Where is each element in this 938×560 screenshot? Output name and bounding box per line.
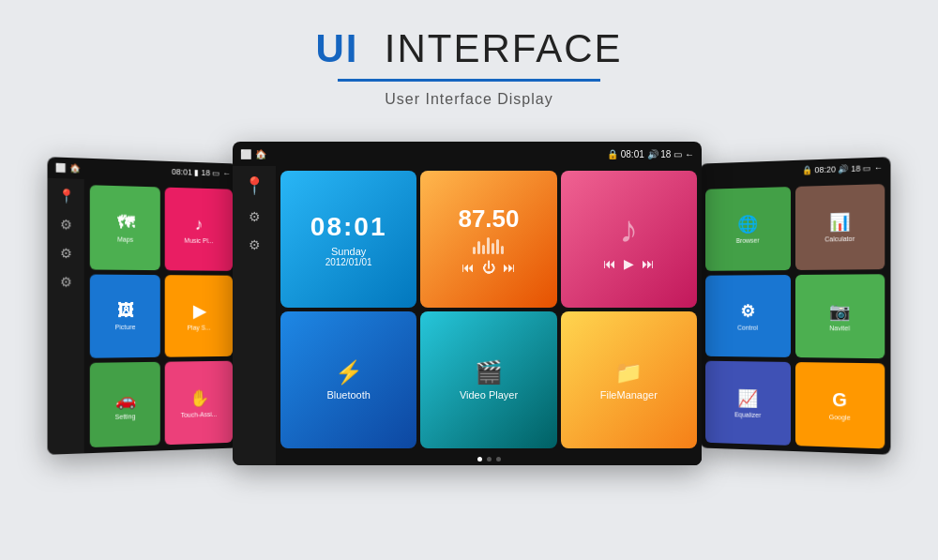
left-status-left: ⬜ 🏠 (55, 163, 81, 174)
maps-tile[interactable]: 🗺 Maps (90, 185, 160, 270)
left-app-grid: 🗺 Maps ♪ Music Pl... 🖼 Picture ▶ Play S.… (84, 179, 238, 453)
right-screen-body: 🌐 Browser 📊 Calculator ⚙ Control 📷 Navit… (700, 178, 890, 455)
calculator-tile[interactable]: 📊 Calculator (795, 184, 885, 270)
header-section: UI INTERFACE User Interface Display (315, 26, 622, 108)
equalizer-tile[interactable]: 📈 Equalizer (705, 361, 791, 446)
radio-waves (473, 237, 504, 254)
setting-tile[interactable]: 🚗 Setting (90, 362, 160, 447)
right-screen: 🔒 08:20 🔊 18 ▭ ← 🌐 Browser 📊 Calculator … (700, 157, 890, 455)
music-prev-btn[interactable]: ⏮ (603, 256, 616, 271)
control-tile[interactable]: ⚙ Control (705, 275, 791, 358)
center-home-icon: ⬜ (240, 149, 251, 159)
music-tile[interactable]: ♪ Music Pl... (165, 188, 233, 271)
wave7 (501, 246, 504, 254)
main-title: UI INTERFACE (315, 26, 622, 71)
picture-icon: 🖼 (117, 301, 134, 321)
center-nav-gear2-icon[interactable]: ⚙ (249, 237, 261, 252)
equalizer-icon: 📈 (737, 387, 757, 408)
radio-controls: ⏮ ⏻ ⏭ (461, 260, 516, 275)
title-divider (338, 79, 600, 82)
touch-icon: ✋ (189, 387, 209, 408)
title-interface: INTERFACE (385, 26, 623, 70)
video-label: Video Player (460, 389, 518, 401)
files-icon: 📁 (614, 359, 643, 386)
google-tile[interactable]: G Google (795, 362, 885, 448)
play-icon: ▶ (192, 301, 204, 322)
center-screen: ⬜ 🏠 🔒 08:01 🔊 18 ▭ ← 📍 ⚙ ⚙ 08:01 Sunday (233, 142, 702, 465)
nav-settings-icon[interactable]: ⚙ (59, 217, 71, 233)
clock-time: 08:01 (310, 212, 387, 242)
center-nav-pin-icon[interactable]: 📍 (244, 175, 265, 196)
music-tile-center: ♪ ⏮ ▶ ⏭ (561, 171, 697, 308)
center-status-bar: ⬜ 🏠 🔒 08:01 🔊 18 ▭ ← (233, 142, 702, 166)
equalizer-label: Equalizer (734, 411, 761, 418)
radio-play-btn[interactable]: ⏻ (482, 260, 495, 275)
left-nav-sidebar: 📍 ⚙ ⚙ ⚙ (48, 178, 84, 455)
right-status-text: 🔒 08:20 🔊 18 ▭ ← (802, 163, 883, 175)
center-nav-sidebar: 📍 ⚙ ⚙ (233, 166, 276, 465)
nav-eq-icon[interactable]: ⚙ (59, 246, 71, 261)
left-status-right: 08:01 ▮ 18 ▭ ← (172, 167, 231, 178)
dot-1 (477, 457, 482, 462)
dot-2 (487, 457, 492, 462)
radio-next-btn[interactable]: ⏭ (503, 260, 516, 275)
music-icon: ♪ (195, 215, 204, 235)
music-label: Music Pl... (185, 237, 214, 244)
bluetooth-icon: ⚡ (335, 359, 363, 386)
clock-tile: 08:01 Sunday 2012/01/01 (280, 171, 416, 308)
radio-freq: 87.50 (458, 204, 519, 234)
center-nav-settings-icon[interactable]: ⚙ (249, 209, 261, 224)
browser-tile[interactable]: 🌐 Browser (705, 187, 791, 270)
wave6 (496, 239, 499, 254)
play-tile[interactable]: ▶ Play S... (165, 275, 233, 357)
files-label: FileManager (600, 389, 658, 401)
dot-3 (496, 457, 501, 462)
control-label: Control (737, 325, 758, 331)
navitel-tile[interactable]: 📷 Navitel (795, 274, 885, 359)
clock-date: 2012/01/01 (325, 257, 372, 267)
calculator-label: Calculator (825, 235, 855, 243)
right-status-right: 🔒 08:20 🔊 18 ▭ ← (802, 163, 883, 175)
center-status-left: ⬜ 🏠 (240, 149, 266, 159)
screens-container: ⬜ 🏠 08:01 ▮ 18 ▭ ← 📍 ⚙ ⚙ ⚙ 🗺 Maps ♪ (0, 132, 938, 479)
touch-tile[interactable]: ✋ Touch-Assi... (165, 361, 233, 445)
google-icon: G (832, 389, 847, 412)
google-label: Google (829, 414, 851, 421)
bluetooth-label: Bluetooth (326, 389, 370, 401)
files-tile[interactable]: 📁 FileManager (561, 311, 697, 448)
radio-tile: 87.50 ⏮ ⏻ ⏭ (420, 171, 556, 308)
picture-tile[interactable]: 🖼 Picture (90, 274, 160, 358)
center-apps-icon: 🏠 (255, 149, 266, 159)
navitel-label: Navitel (829, 325, 850, 331)
wave3 (482, 245, 485, 254)
center-status-right: 🔒 08:01 🔊 18 ▭ ← (607, 149, 694, 159)
play-label: Play S... (188, 325, 211, 331)
music-play-btn[interactable]: ▶ (624, 256, 634, 271)
music-controls: ⏮ ▶ ⏭ (603, 256, 655, 271)
clock-day: Sunday (331, 246, 366, 257)
wave1 (473, 247, 476, 254)
browser-icon: 🌐 (737, 214, 757, 235)
music-next-btn[interactable]: ⏭ (642, 256, 655, 271)
video-tile[interactable]: 🎬 Video Player (420, 311, 556, 448)
left-time: 08:01 ▮ 18 ▭ ← (172, 167, 231, 178)
setting-label: Setting (115, 413, 136, 420)
picture-label: Picture (115, 325, 136, 331)
page-dots (276, 453, 702, 465)
touch-label: Touch-Assi... (181, 411, 218, 418)
left-screen: ⬜ 🏠 08:01 ▮ 18 ▭ ← 📍 ⚙ ⚙ ⚙ 🗺 Maps ♪ (48, 157, 238, 455)
wave4 (487, 237, 490, 254)
navitel-icon: 📷 (829, 301, 850, 322)
left-screen-body: 📍 ⚙ ⚙ ⚙ 🗺 Maps ♪ Music Pl... 🖼 Picture (48, 178, 238, 455)
radio-prev-btn[interactable]: ⏮ (461, 260, 475, 275)
browser-label: Browser (736, 237, 760, 244)
center-main-grid: 08:01 Sunday 2012/01/01 87.50 (276, 166, 702, 453)
calculator-icon: 📊 (829, 212, 850, 234)
nav-location-icon[interactable]: 📍 (57, 188, 74, 204)
left-home-icon: ⬜ (55, 163, 66, 174)
setting-icon: 🚗 (115, 389, 136, 411)
bluetooth-tile[interactable]: ⚡ Bluetooth (280, 311, 416, 448)
maps-icon: 🗺 (117, 213, 134, 233)
nav-gear-icon[interactable]: ⚙ (59, 274, 71, 289)
maps-label: Maps (117, 235, 133, 242)
